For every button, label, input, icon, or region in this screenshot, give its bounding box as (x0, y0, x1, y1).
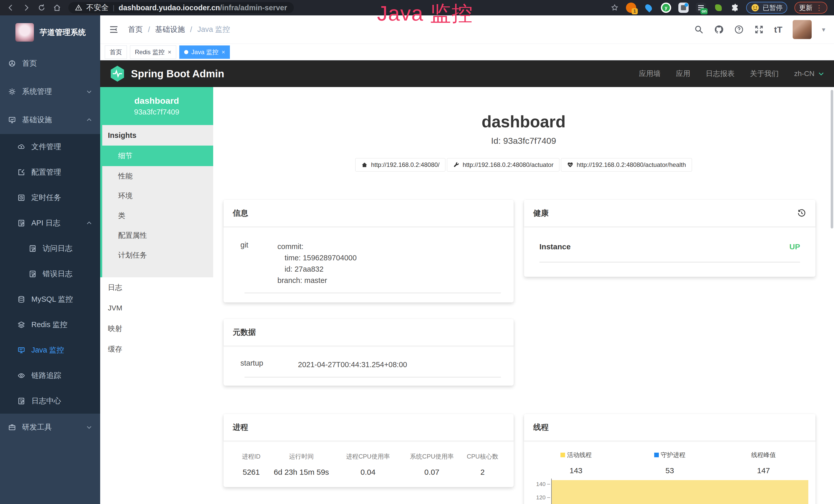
forward-icon[interactable] (22, 4, 30, 12)
search-icon[interactable] (694, 25, 704, 35)
sidebar-item-devtools[interactable]: 研发工具 (0, 414, 100, 441)
tab-label: 首页 (110, 48, 122, 56)
java-monitor-icon (18, 346, 25, 354)
process-col-header: 进程ID (235, 452, 267, 461)
fullscreen-icon[interactable] (754, 25, 764, 35)
tab-java-monitor[interactable]: Java 监控 × (179, 45, 230, 59)
log-edit-icon (29, 245, 37, 252)
address-bar[interactable]: 不安全 | dashboard.yudao.iocoder.cn/infra/a… (68, 2, 294, 13)
user-avatar[interactable] (793, 20, 812, 39)
info-card-header: 信息 (223, 200, 514, 226)
caret-down-icon[interactable]: ▾ (822, 26, 825, 33)
instance-header[interactable]: dashboard 93a3fc7f7409 (100, 87, 213, 125)
service-url-button[interactable]: http://192.168.0.2:48080/ (355, 158, 445, 171)
sidebar-item-log-center[interactable]: 日志中心 (0, 388, 100, 414)
page-scrollbar[interactable] (831, 90, 833, 229)
sidebar-item-config[interactable]: 配置管理 (0, 159, 100, 185)
tab-redis-monitor[interactable]: Redis 监控 × (130, 45, 176, 59)
extensions-puzzle-icon[interactable] (731, 4, 739, 12)
actuator-url: http://192.168.0.2:48080/actuator (463, 161, 553, 168)
extension-icon[interactable]: 1 (626, 3, 636, 13)
sidebar-item-label: 系统管理 (22, 87, 52, 97)
url-path[interactable]: /infra/admin-server (220, 4, 287, 12)
metadata-row-label: startup (234, 359, 298, 370)
close-icon[interactable]: × (221, 48, 225, 56)
sidebar-item-system[interactable]: 系统管理 (0, 77, 100, 106)
hamburger-icon[interactable] (109, 25, 119, 35)
sba-locale-select[interactable]: zh-CN (794, 70, 825, 78)
sidebar-item-tracing[interactable]: 链路追踪 (0, 363, 100, 388)
app-logo-row[interactable]: 芋道管理系统 (0, 16, 100, 49)
layers-icon (18, 321, 25, 329)
extension-icon[interactable] (713, 3, 724, 13)
sba-menu-about[interactable]: 关于我们 (750, 69, 779, 78)
edit-icon (18, 168, 25, 176)
sidebar-item-mysql[interactable]: MySQL 监控 (0, 287, 100, 312)
chart-y-axis: 140 120 100 (529, 479, 551, 504)
row-divider (540, 262, 800, 262)
sidebar-item-home[interactable]: 首页 (0, 49, 100, 77)
extension-icon[interactable] (678, 3, 688, 13)
sidebar-item-label: 定时任务 (31, 192, 61, 203)
help-icon[interactable] (734, 25, 744, 35)
nav-item-config-props[interactable]: 配置属性 (102, 225, 213, 245)
process-card-header: 进程 (223, 414, 514, 441)
extension-icon[interactable]: y (661, 3, 671, 13)
chevron-down-icon (86, 88, 92, 95)
sba-brand[interactable]: Spring Boot Admin (131, 68, 224, 79)
sidebar-item-redis[interactable]: Redis 监控 (0, 312, 100, 337)
profile-paused-chip[interactable]: 已暂停 (746, 2, 787, 14)
sidebar-item-java-monitor[interactable]: Java 监控 (0, 337, 100, 363)
font-size-icon[interactable]: tT (774, 25, 782, 35)
nav-item-classes[interactable]: 类 (102, 206, 213, 225)
log-edit-icon (18, 219, 25, 227)
chrome-menu-icon[interactable]: ⋮ (815, 4, 823, 12)
extension-badge: 1 (632, 8, 638, 15)
github-icon[interactable] (714, 25, 724, 35)
chrome-update-button[interactable]: 更新 ⋮ (794, 2, 827, 14)
sidebar-item-access-log[interactable]: 访问日志 (0, 236, 100, 261)
nav-item-details[interactable]: 细节 (102, 145, 213, 166)
nav-item-mappings[interactable]: 映射 (100, 318, 213, 339)
nav-item-logs[interactable]: 日志 (100, 277, 213, 298)
sidebar-item-file[interactable]: 文件管理 (0, 134, 100, 159)
sba-menu-wallboard[interactable]: 应用墙 (639, 69, 661, 78)
app-title: 芋道管理系统 (40, 27, 86, 38)
not-secure-warning-icon[interactable] (75, 4, 82, 11)
security-label[interactable]: 不安全 (86, 3, 109, 13)
tags-view-bar: 首页 Redis 监控 × Java 监控 × (100, 44, 834, 60)
sidebar-item-label: 链路追踪 (31, 370, 61, 381)
sidebar-item-error-log[interactable]: 错误日志 (0, 261, 100, 287)
reload-icon[interactable] (38, 4, 46, 12)
nav-item-caches[interactable]: 缓存 (100, 339, 213, 360)
tab-home[interactable]: 首页 (105, 45, 127, 59)
extension-icon[interactable]: on (696, 3, 706, 13)
legend-swatch-daemon-threads (654, 453, 659, 457)
nav-item-environment[interactable]: 环境 (102, 186, 213, 206)
home-icon[interactable] (53, 4, 61, 12)
sba-menu-journal[interactable]: 日志报表 (706, 69, 734, 78)
sidebar-item-infra[interactable]: 基础设施 (0, 106, 100, 134)
sba-menu-applications[interactable]: 应用 (676, 69, 690, 78)
sba-logo-icon[interactable] (109, 65, 125, 83)
sidebar-item-label: 文件管理 (31, 142, 61, 152)
url-host[interactable]: dashboard.yudao.iocoder.cn (119, 4, 220, 12)
card-title: 健康 (533, 208, 549, 219)
sidebar-item-job[interactable]: 定时任务 (0, 185, 100, 210)
actuator-url-button[interactable]: http://192.168.0.2:48080/actuator (447, 158, 559, 171)
breadcrumb-home[interactable]: 首页 (128, 24, 143, 35)
breadcrumb-infra[interactable]: 基础设施 (155, 24, 185, 35)
bookmark-star-icon[interactable] (611, 4, 619, 12)
nav-item-label: 类 (118, 211, 125, 221)
back-icon[interactable] (7, 4, 15, 12)
nav-item-scheduled-tasks[interactable]: 计划任务 (102, 245, 213, 265)
sidebar-item-api-log[interactable]: API 日志 (0, 210, 100, 236)
metadata-card-header: 元数据 (223, 319, 514, 346)
history-icon[interactable] (797, 208, 806, 218)
health-card-header: 健康 (524, 200, 815, 226)
extension-icon[interactable] (643, 3, 654, 13)
close-icon[interactable]: × (168, 48, 171, 56)
health-url-button[interactable]: http://192.168.0.2:48080/actuator/health (561, 158, 692, 171)
nav-item-metrics[interactable]: 性能 (102, 166, 213, 186)
nav-item-jvm[interactable]: JVM (100, 298, 213, 318)
